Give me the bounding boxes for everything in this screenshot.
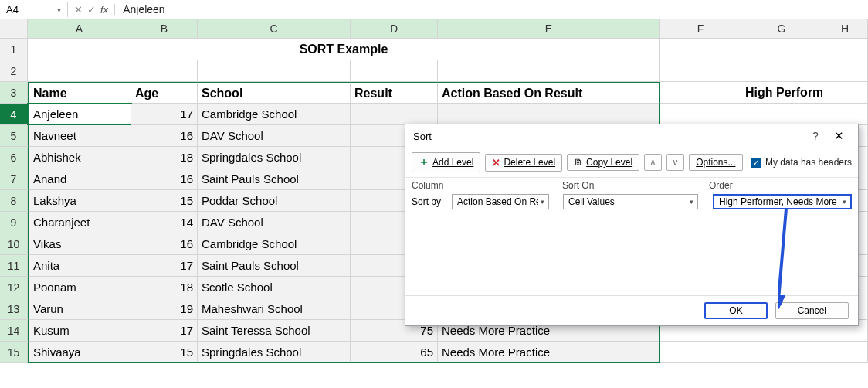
row-head-10[interactable]: 10	[0, 233, 28, 255]
cell-A6[interactable]: Abhishek	[28, 147, 131, 168]
cell-G2[interactable]	[741, 60, 822, 82]
my-data-has-headers-checkbox[interactable]: ✓ My data has headers	[751, 157, 852, 168]
cell-B2[interactable]	[131, 60, 198, 82]
cell-G4[interactable]	[741, 104, 822, 125]
cell-F2[interactable]	[660, 60, 741, 82]
cell-C15[interactable]: Springdales School	[198, 342, 351, 363]
move-down-button[interactable]: ∨	[666, 154, 684, 171]
cell-G15[interactable]	[741, 342, 822, 363]
cell-C2[interactable]	[198, 60, 351, 82]
cell-B10[interactable]: 16	[131, 233, 198, 255]
header-hp[interactable]: High Performer	[741, 82, 822, 104]
header-action[interactable]: Action Based On Result	[438, 82, 660, 104]
header-result[interactable]: Result	[351, 82, 438, 104]
cell-H15[interactable]	[822, 342, 868, 363]
cell-C12[interactable]: Scotle School	[198, 277, 351, 298]
cell-H1[interactable]	[822, 39, 868, 60]
row-head-1[interactable]: 1	[0, 39, 28, 60]
cell-A11[interactable]: Anita	[28, 255, 131, 277]
cell-B5[interactable]: 16	[131, 125, 198, 147]
cell-H3[interactable]	[822, 82, 868, 104]
cell-A12[interactable]: Poonam	[28, 277, 131, 298]
cell-C10[interactable]: Cambridge School	[198, 233, 351, 255]
cell-C11[interactable]: Saint Pauls School	[198, 255, 351, 277]
formula-input[interactable]	[115, 2, 868, 17]
cell-C6[interactable]: Springdales School	[198, 147, 351, 168]
cell-B7[interactable]: 16	[131, 168, 198, 190]
row-head-7[interactable]: 7	[0, 168, 28, 190]
cell-A9[interactable]: Charanjeet	[28, 212, 131, 233]
row-head-15[interactable]: 15	[0, 342, 28, 363]
row-head-2[interactable]: 2	[0, 60, 28, 82]
cell-B15[interactable]: 15	[131, 342, 198, 363]
cell-F4[interactable]	[660, 104, 741, 125]
row-head-5[interactable]: 5	[0, 125, 28, 147]
col-head-E[interactable]: E	[438, 19, 660, 39]
cell-C9[interactable]: DAV School	[198, 212, 351, 233]
cell-B9[interactable]: 14	[131, 212, 198, 233]
cell-G1[interactable]	[741, 39, 822, 60]
sort-on-dropdown[interactable]: Cell Values ▾	[563, 194, 698, 209]
cell-A7[interactable]: Anand	[28, 168, 131, 190]
select-all-corner[interactable]	[0, 19, 28, 39]
add-level-button[interactable]: ＋Add Level	[412, 152, 480, 172]
cell-B13[interactable]: 19	[131, 298, 198, 320]
cell-A2[interactable]	[28, 60, 131, 82]
cell-A10[interactable]: Vikas	[28, 233, 131, 255]
cell-F3[interactable]	[660, 82, 741, 104]
cell-D15[interactable]: 65	[351, 342, 438, 363]
help-icon[interactable]: ?	[804, 130, 827, 142]
sort-column-dropdown[interactable]: Action Based On Res ▾	[452, 194, 549, 209]
header-age[interactable]: Age	[131, 82, 198, 104]
confirm-icon[interactable]: ✓	[87, 4, 96, 15]
cancel-button[interactable]: Cancel	[775, 302, 849, 319]
cell-B14[interactable]: 17	[131, 320, 198, 342]
cell-B8[interactable]: 15	[131, 190, 198, 212]
header-school[interactable]: School	[198, 82, 351, 104]
ok-button[interactable]: OK	[704, 302, 767, 319]
cell-B12[interactable]: 18	[131, 277, 198, 298]
cell-A4[interactable]: Anjeleen	[28, 104, 131, 125]
name-box[interactable]	[3, 2, 54, 17]
sort-order-dropdown[interactable]: High Performer, Needs More Pr ▾	[713, 194, 852, 209]
row-head-12[interactable]: 12	[0, 277, 28, 298]
cell-A13[interactable]: Varun	[28, 298, 131, 320]
col-head-C[interactable]: C	[198, 19, 351, 39]
row-head-3[interactable]: 3	[0, 82, 28, 104]
cell-C5[interactable]: DAV School	[198, 125, 351, 147]
cancel-icon[interactable]: ✕	[74, 4, 83, 15]
name-box-dropdown-icon[interactable]: ▾	[54, 5, 64, 14]
cell-C7[interactable]: Saint Pauls School	[198, 168, 351, 190]
row-head-11[interactable]: 11	[0, 255, 28, 277]
close-icon[interactable]: ✕	[827, 129, 850, 143]
cell-C4[interactable]: Cambridge School	[198, 104, 351, 125]
col-head-G[interactable]: G	[741, 19, 822, 39]
cell-C8[interactable]: Poddar School	[198, 190, 351, 212]
cell-D2[interactable]	[351, 60, 438, 82]
cell-H2[interactable]	[822, 60, 868, 82]
cell-F1[interactable]	[660, 39, 741, 60]
col-head-B[interactable]: B	[131, 19, 198, 39]
header-name[interactable]: Name	[28, 82, 131, 104]
title-cell[interactable]: SORT Example	[28, 39, 660, 60]
cell-B11[interactable]: 17	[131, 255, 198, 277]
col-head-A[interactable]: A	[28, 19, 131, 39]
cell-B6[interactable]: 18	[131, 147, 198, 168]
col-head-F[interactable]: F	[660, 19, 741, 39]
dialog-titlebar[interactable]: Sort ? ✕	[405, 124, 858, 148]
delete-level-button[interactable]: ✕Delete Level	[485, 154, 562, 172]
cell-H4[interactable]	[822, 104, 868, 125]
cell-E2[interactable]	[438, 60, 660, 82]
row-head-6[interactable]: 6	[0, 147, 28, 168]
move-up-button[interactable]: ∧	[644, 154, 662, 171]
cell-A5[interactable]: Navneet	[28, 125, 131, 147]
fx-icon[interactable]: fx	[100, 4, 108, 15]
row-head-14[interactable]: 14	[0, 320, 28, 342]
cell-F15[interactable]	[660, 342, 741, 363]
cell-E15[interactable]: Needs More Practice	[438, 342, 660, 363]
cell-D4[interactable]	[351, 104, 438, 125]
cell-A15[interactable]: Shivaaya	[28, 342, 131, 363]
col-head-D[interactable]: D	[351, 19, 438, 39]
col-head-H[interactable]: H	[822, 19, 868, 39]
cell-C14[interactable]: Saint Teressa School	[198, 320, 351, 342]
